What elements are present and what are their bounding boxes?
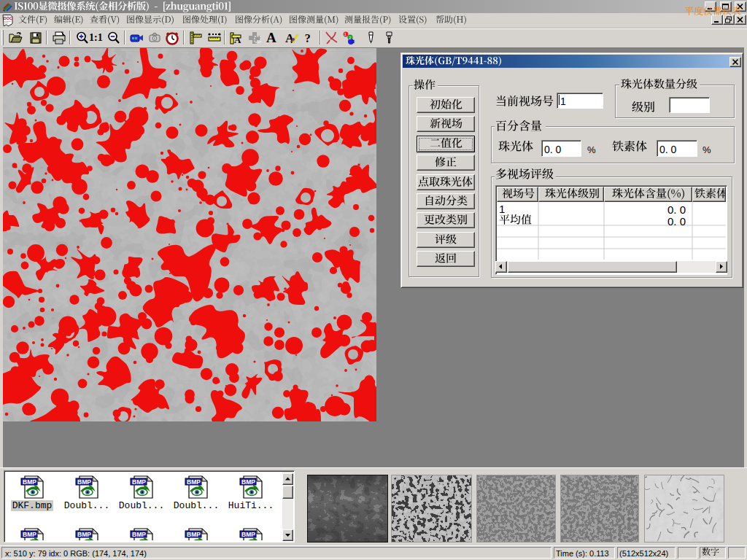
svg-text:3: 3	[352, 39, 355, 44]
svg-text:DOC: DOC	[4, 16, 12, 20]
svg-text:A: A	[234, 34, 241, 45]
svg-text:?: ?	[305, 32, 311, 44]
